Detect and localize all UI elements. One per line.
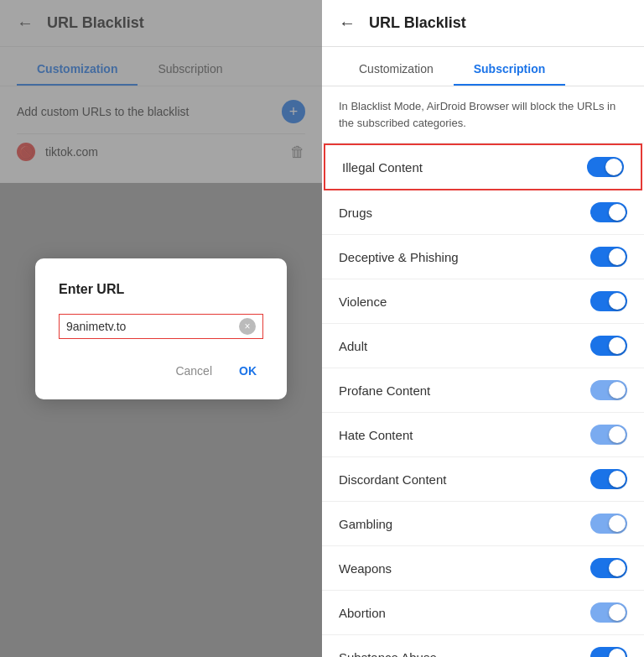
modal-title: Enter URL [59,282,263,297]
category-label: Drugs [339,206,372,220]
category-toggle[interactable] [590,247,627,267]
modal-overlay: Enter URL × Cancel OK [0,0,322,657]
category-item: Discordant Content [322,457,644,502]
category-toggle[interactable] [590,647,627,657]
right-panel-title: URL Blacklist [369,14,466,32]
url-input-row: × [59,314,263,339]
category-label: Abortion [339,606,386,620]
category-item: Illegal Content [324,143,642,190]
right-panel: ← URL Blacklist Customization Subscripti… [322,0,644,657]
category-toggle[interactable] [587,157,624,177]
category-toggle[interactable] [590,202,627,222]
category-label: Violence [339,295,387,309]
category-label: Weapons [339,561,392,576]
cancel-button[interactable]: Cancel [169,359,219,383]
category-label: Profane Content [339,383,430,398]
category-item: Deceptive & Phishing [322,235,644,279]
category-label: Hate Content [339,428,413,442]
category-item: Hate Content [322,413,644,457]
category-label: Adult [339,339,367,353]
right-back-button[interactable]: ← [339,13,356,33]
category-item: Violence [322,279,644,324]
category-toggle[interactable] [590,558,627,578]
category-item: Abortion [322,591,644,635]
left-panel: ← URL Blacklist Customization Subscripti… [0,0,322,657]
enter-url-dialog: Enter URL × Cancel OK [35,258,287,399]
url-input-field[interactable] [66,320,239,333]
category-toggle[interactable] [590,291,627,311]
right-header: ← URL Blacklist [322,0,644,47]
category-label: Substance Abuse [339,650,437,658]
subscription-description: In Blacklist Mode, AirDroid Browser will… [322,86,644,143]
modal-actions: Cancel OK [59,359,263,383]
category-toggle[interactable] [590,336,627,356]
right-tab-subscription[interactable]: Subscription [454,54,566,86]
category-item: Drugs [322,190,644,235]
right-tab-customization[interactable]: Customization [339,54,454,86]
ok-button[interactable]: OK [232,359,263,383]
category-item: Adult [322,324,644,368]
category-toggle[interactable] [590,469,627,489]
category-label: Deceptive & Phishing [339,250,459,264]
category-toggle[interactable] [590,602,627,623]
category-label: Discordant Content [339,472,446,487]
category-item: Gambling [322,502,644,546]
category-label: Illegal Content [342,160,423,175]
category-toggle[interactable] [590,380,627,400]
category-item: Substance Abuse [322,635,644,657]
category-toggle[interactable] [590,514,627,534]
category-item: Weapons [322,546,644,591]
category-toggle[interactable] [590,425,627,445]
right-tabs: Customization Subscription [322,47,644,86]
category-item: Profane Content [322,368,644,413]
category-label: Gambling [339,517,392,531]
clear-input-button[interactable]: × [239,318,256,335]
categories-list: Illegal ContentDrugsDeceptive & Phishing… [322,143,644,657]
